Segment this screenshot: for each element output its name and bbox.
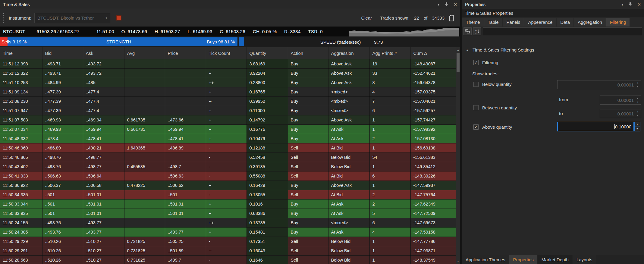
props-pin-icon[interactable] xyxy=(629,2,632,7)
cell-tick: - xyxy=(206,171,247,181)
cell-avg xyxy=(124,218,165,227)
cell-action: Buy xyxy=(288,106,328,115)
col-header-price[interactable]: Price xyxy=(165,47,206,59)
cell-bid: ..506.37 xyxy=(42,181,83,190)
col-header-tick-count[interactable]: Tick Count xyxy=(206,47,247,59)
tab-table[interactable]: Table xyxy=(484,18,502,27)
above-quantity-spin-buttons[interactable]: ▲ ▼ xyxy=(634,122,640,131)
table-row: 11:50:29.229..510.26..510.270.731825..50… xyxy=(0,237,456,246)
from-quantity-input[interactable]: 0.00001 ▲▼ xyxy=(600,96,641,105)
tab-appearance[interactable]: Appearance xyxy=(524,18,556,27)
properties-search-input[interactable] xyxy=(483,27,642,35)
cell-time: 11:50:33.935 xyxy=(0,209,42,218)
cell-avg: 0.455585 xyxy=(124,162,165,171)
cell-qty: 0.1016 xyxy=(247,199,288,209)
copy-clipboard-icon[interactable] xyxy=(449,15,455,21)
record-stop-button[interactable] xyxy=(116,15,121,20)
above-spin-down-icon[interactable]: ▼ xyxy=(635,127,640,131)
table-scrollbar[interactable]: ▲ ▼ xyxy=(456,47,460,264)
scroll-down-arrow-icon[interactable]: ▼ xyxy=(456,259,460,264)
cell-avg: 0.731825 xyxy=(124,255,165,264)
bottom-tab-market-depth[interactable]: Market Depth xyxy=(538,255,572,264)
to-label: to xyxy=(559,111,563,116)
cell-action: Sell xyxy=(288,237,328,246)
strength-title: STRENGTH xyxy=(0,37,237,46)
cell-action: Sell xyxy=(288,152,328,162)
table-row: 11:50:24.385..493.76..493.77..493.77+0.1… xyxy=(0,227,456,237)
tab-aggregation[interactable]: Aggregation xyxy=(574,18,606,27)
col-header-ask[interactable]: Ask xyxy=(83,47,124,59)
cell-prints: 5 xyxy=(369,209,410,218)
cell-time: 11:50:33.944 xyxy=(0,199,42,209)
cell-tick: - xyxy=(206,190,247,199)
cell-bid: ..510.26 xyxy=(42,246,83,255)
props-chevron-down-icon[interactable]: ▾ xyxy=(621,3,623,6)
col-header-time[interactable]: Time xyxy=(0,47,42,59)
above-quantity-input[interactable]: 0.10000 xyxy=(557,122,634,131)
bottom-tab-layouts[interactable]: Layouts xyxy=(573,255,596,264)
from-spin-up-icon[interactable]: ▲ xyxy=(635,96,640,100)
between-quantity-checkbox[interactable]: ✓ xyxy=(473,105,479,110)
below-spin-down-icon[interactable]: ▼ xyxy=(635,85,640,89)
cell-time: 11:51:07.583 xyxy=(0,115,42,124)
categorized-view-button[interactable] xyxy=(463,27,472,35)
to-quantity-input[interactable]: 0.00001 ▲▼ xyxy=(600,109,641,118)
to-spin-down-icon[interactable]: ▼ xyxy=(635,114,640,118)
bottom-tab-properties[interactable]: Properties xyxy=(509,255,537,264)
clear-button[interactable]: Clear xyxy=(361,15,372,20)
cell-cum: -147.69673 xyxy=(410,218,456,227)
table-row: 11:50:29.291..510.26..510.270.731825..50… xyxy=(0,246,456,255)
stat-time: 11:51:00 xyxy=(96,29,114,34)
cell-bid: ..493.71 xyxy=(42,59,83,68)
sort-alphabetical-button[interactable]: A Z xyxy=(473,27,481,35)
cell-bid: ..493.71 xyxy=(42,68,83,78)
tab-filtering[interactable]: Filtering xyxy=(606,18,630,27)
stat-tsr: TSR: 0 xyxy=(308,29,322,34)
col-header-action[interactable]: Action xyxy=(288,47,328,59)
col-header-cum-delta[interactable]: Cum Δ xyxy=(410,47,456,59)
cell-aggression: <mixed> xyxy=(328,218,369,227)
tab-panels[interactable]: Panels xyxy=(503,18,524,27)
col-header-aggression[interactable]: Aggression xyxy=(328,47,369,59)
cell-prints: 1 xyxy=(369,181,410,190)
above-quantity-checkbox[interactable]: ✓ xyxy=(473,124,479,130)
ts-pin-icon[interactable] xyxy=(445,2,448,7)
col-header-quantity[interactable]: Quantity xyxy=(247,47,288,59)
below-quantity-input[interactable]: 0.00001 ▲▼ xyxy=(557,80,641,89)
to-quantity-value: 0.00001 xyxy=(617,109,634,118)
ts-chevron-down-icon[interactable]: ▾ xyxy=(438,3,439,6)
cell-cum: -157.03375 xyxy=(410,87,456,96)
below-spin-up-icon[interactable]: ▲ xyxy=(635,81,640,85)
from-spin-down-icon[interactable]: ▼ xyxy=(635,100,640,104)
props-close-icon[interactable]: ✕ xyxy=(637,2,641,7)
ts-close-icon[interactable]: ✕ xyxy=(454,2,457,7)
col-header-avg[interactable]: Avg xyxy=(124,47,165,59)
drag-grip-icon[interactable] xyxy=(3,13,4,23)
to-spin-up-icon[interactable]: ▲ xyxy=(635,110,640,114)
tab-theme[interactable]: Theme xyxy=(462,18,484,27)
bottom-tab-application-themes[interactable]: Application Themes xyxy=(462,255,509,264)
cell-qty: 3.92204 xyxy=(247,68,288,78)
above-spin-up-icon[interactable]: ▲ xyxy=(635,122,640,127)
cell-ask: ..490.21 xyxy=(83,143,124,152)
cell-prints: 1 xyxy=(369,143,410,152)
tab-data[interactable]: Data xyxy=(557,18,573,27)
col-header-bid[interactable]: Bid xyxy=(42,47,83,59)
filtering-checkbox[interactable]: ✓ xyxy=(473,60,479,65)
cell-cum: -147.59937 xyxy=(410,181,456,190)
col-header-agg-prints[interactable]: Agg Prints # xyxy=(369,47,410,59)
below-quantity-checkbox[interactable]: ✓ xyxy=(473,82,479,87)
cell-price xyxy=(165,78,206,87)
cell-price xyxy=(165,68,206,78)
trades-shown-count: 22 xyxy=(414,15,419,20)
cell-price xyxy=(165,218,206,227)
cell-prints: 6 xyxy=(369,218,410,227)
cell-cum: -148.37549 xyxy=(410,255,456,264)
scrollbar-thumb[interactable] xyxy=(457,53,460,72)
collapse-triangle-icon[interactable]: ▲ xyxy=(466,49,469,52)
cell-prints: 7 xyxy=(369,96,410,106)
scroll-up-arrow-icon[interactable]: ▲ xyxy=(456,47,460,52)
instrument-dropdown[interactable]: BTCUSDT, Bitcoin vs Tether ▾ xyxy=(34,13,110,23)
filtering-settings-section-header[interactable]: ▲ Time & Sales Filtering Settings xyxy=(466,47,534,52)
cell-avg xyxy=(124,209,165,218)
